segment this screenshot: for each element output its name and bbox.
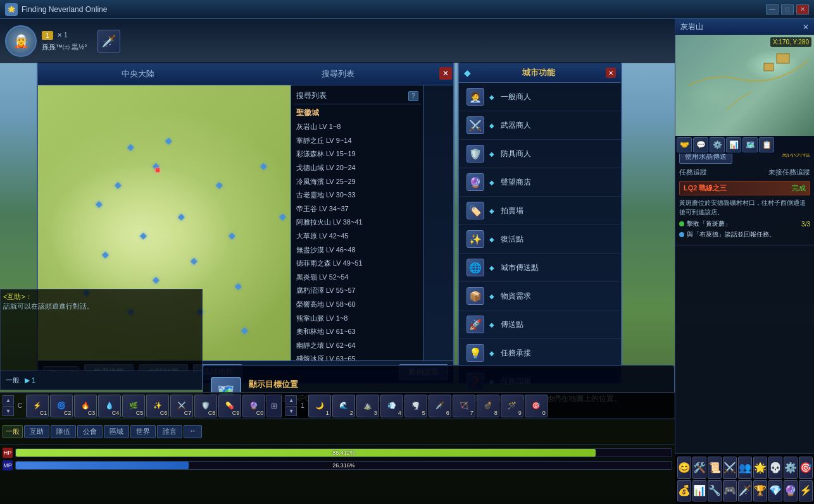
rb-icon-15[interactable]: 💎 <box>768 480 782 502</box>
rb-icon-3[interactable]: ⚔️ <box>723 457 737 479</box>
location-item-0[interactable]: 聖徽城 <box>294 106 421 120</box>
minimap-btn-chat[interactable]: 💬 <box>693 137 708 152</box>
skill-row-end-btn[interactable]: ⊞ <box>266 395 282 417</box>
chat-tab-6[interactable]: ↔ <box>184 425 202 438</box>
rb-icon-6[interactable]: 💀 <box>768 457 782 479</box>
skill-c-C4[interactable]: 💧C4 <box>98 395 121 417</box>
map-tab-search[interactable]: 搜尋列表 <box>238 66 438 82</box>
minimap-btn-stats[interactable]: 📊 <box>726 137 741 152</box>
rb-icon-7[interactable]: ⚙️ <box>784 457 798 479</box>
location-item-13[interactable]: 腐朽沼澤 LV 55~57 <box>294 284 421 298</box>
location-item-7[interactable]: 帝王谷 LV 34~37 <box>294 202 421 216</box>
city-item-1[interactable]: ⚔️ ◆ 武器商人 <box>459 111 621 140</box>
rb-icon-5[interactable]: 🌟 <box>753 457 767 479</box>
rb-icon-8[interactable]: 🎯 <box>799 457 813 479</box>
help-button[interactable]: ? <box>408 91 418 101</box>
rb-icon-9[interactable]: 💰 <box>677 480 691 502</box>
map-tab-central[interactable]: 中央大陸 <box>38 66 238 82</box>
minimap-image[interactable]: X:170, Y:280 <box>675 35 814 136</box>
skill-num-1[interactable]: 🌙1 <box>308 395 331 417</box>
skill-num-2[interactable]: 🌊2 <box>332 395 355 417</box>
map-dot-3[interactable]: ◆ <box>114 180 122 189</box>
map-dot-18[interactable]: ◆ <box>279 212 286 221</box>
location-item-6[interactable]: 古老靈地 LV 30~33 <box>294 188 421 202</box>
minimap-btn-settings[interactable]: ⚙️ <box>710 137 725 152</box>
location-list[interactable]: 搜尋列表 ? 聖徽城灰岩山 LV 1~8掌靜之丘 LV 9~14彩漾森林 LV … <box>291 85 424 383</box>
rb-icon-14[interactable]: 🏆 <box>753 480 767 502</box>
city-item-7[interactable]: 📦 ◆ 物資需求 <box>459 282 621 310</box>
chat-tab-3[interactable]: 區域 <box>104 425 129 438</box>
chat-tab-1[interactable]: 隊伍 <box>51 425 76 438</box>
map-dot-6[interactable]: ◆ <box>177 212 185 221</box>
location-item-15[interactable]: 熊掌山脈 LV 1~8 <box>294 312 421 326</box>
skill-num-5[interactable]: 🌪️5 <box>404 395 427 417</box>
location-item-16[interactable]: 奧和林地 LV 61~63 <box>294 325 421 339</box>
skill-c-C5[interactable]: 🌿C5 <box>122 395 145 417</box>
city-item-5[interactable]: ✨ ◆ 復活點 <box>459 225 621 254</box>
rb-icon-11[interactable]: 🔧 <box>708 480 722 502</box>
skill-c-C1[interactable]: ⚡C1 <box>26 395 49 417</box>
location-item-3[interactable]: 彩漾森林 LV 15~19 <box>294 147 421 161</box>
city-item-2[interactable]: 🛡️ ◆ 防具商人 <box>459 140 621 168</box>
skill-num-7[interactable]: 🏹7 <box>453 395 475 417</box>
rb-icon-13[interactable]: 🗡️ <box>738 480 752 502</box>
chat-tab-2[interactable]: 公會 <box>77 425 103 438</box>
location-item-2[interactable]: 掌靜之丘 LV 9~14 <box>294 134 421 148</box>
skill-num-0[interactable]: 🎯0 <box>525 395 548 417</box>
city-item-4[interactable]: 🏷️ ◆ 拍賣場 <box>459 197 621 225</box>
skill-row1-down[interactable]: ▼ <box>3 406 14 416</box>
map-dot-13[interactable]: ◆ <box>101 250 109 259</box>
location-item-10[interactable]: 無盡沙漠 LV 46~48 <box>294 243 421 257</box>
chat-general-tab[interactable]: 一般 <box>3 425 23 438</box>
city-item-3[interactable]: 🔮 ◆ 聲望商店 <box>459 168 621 197</box>
minimap-btn-handshake[interactable]: 🤝 <box>677 137 692 152</box>
chat-tab-0[interactable]: 互助 <box>24 425 49 438</box>
rb-icon-4[interactable]: 👥 <box>738 457 752 479</box>
map-dot-4[interactable]: ◆ <box>165 136 172 145</box>
map-dot-5[interactable]: ◆ <box>95 199 103 208</box>
skill-c-C3[interactable]: 🔥C3 <box>74 395 97 417</box>
location-item-5[interactable]: 冷風海濱 LV 25~29 <box>294 175 421 189</box>
map-dot-9[interactable]: ◆ <box>228 231 235 240</box>
skill-num-4[interactable]: 💨4 <box>380 395 403 417</box>
map-dot-8[interactable]: ◆ <box>215 180 223 189</box>
skill-row1-up[interactable]: ▲ <box>3 395 14 405</box>
city-item-9[interactable]: 💡 ◆ 任務承接 <box>459 339 621 367</box>
rb-icon-16[interactable]: 🔮 <box>784 480 798 502</box>
skill-num-6[interactable]: 🗡️6 <box>429 395 451 417</box>
minimap-close-btn[interactable]: ✕ <box>803 23 809 32</box>
map-dot-12[interactable]: ◆ <box>152 275 160 284</box>
minimize-button[interactable]: — <box>766 4 779 15</box>
skill-row2-down[interactable]: ▼ <box>285 406 297 416</box>
map-dot-11[interactable]: ◆ <box>234 281 242 290</box>
minimap-btn-quest[interactable]: 📋 <box>759 137 774 152</box>
rb-icon-12[interactable]: 🎮 <box>723 480 737 502</box>
city-item-0[interactable]: 🧑‍💼 ◆ 一般商人 <box>459 83 621 111</box>
map-dot-1[interactable]: ◆ <box>127 142 134 151</box>
city-item-6[interactable]: 🌐 ◆ 城市傳送點 <box>459 254 621 282</box>
minimap-btn-map[interactable]: 🗺️ <box>742 137 758 152</box>
rb-icon-2[interactable]: 📜 <box>708 457 722 479</box>
chat-tab-4[interactable]: 世界 <box>130 425 156 438</box>
maximize-button[interactable]: □ <box>781 4 794 15</box>
chat-tab-5[interactable]: 誰言 <box>157 425 182 438</box>
location-item-17[interactable]: 幽靜之壤 LV 62~64 <box>294 339 421 353</box>
map-panel-close[interactable]: ✕ <box>439 67 452 80</box>
skill-c-C2[interactable]: 🌀C2 <box>50 395 73 417</box>
skill-c-C7[interactable]: ⚔️C7 <box>170 395 193 417</box>
location-item-4[interactable]: 戈德山域 LV 20~24 <box>294 161 421 175</box>
skill-num-9[interactable]: 🪄9 <box>501 395 523 417</box>
map-dot-17[interactable]: ◆ <box>241 326 248 335</box>
location-item-8[interactable]: 阿雅拉火山 LV 38~41 <box>294 216 421 230</box>
city-panel-close[interactable]: ✕ <box>606 68 616 78</box>
rb-icon-0[interactable]: 😊 <box>677 457 691 479</box>
rb-icon-1[interactable]: 🛠️ <box>692 457 706 479</box>
skill-num-3[interactable]: ⛰️3 <box>356 395 379 417</box>
skill-c-C0[interactable]: 🔮C0 <box>242 395 265 417</box>
location-item-11[interactable]: 德菲雨之森 LV 49~51 <box>294 257 421 271</box>
location-item-9[interactable]: 大草原 LV 42~45 <box>294 230 421 243</box>
skill-row2-up[interactable]: ▲ <box>285 395 297 405</box>
location-item-12[interactable]: 黑炎嶺 LV 52~54 <box>294 271 421 285</box>
skill-c-C9[interactable]: 💊C9 <box>218 395 241 417</box>
rb-icon-10[interactable]: 📊 <box>692 480 706 502</box>
